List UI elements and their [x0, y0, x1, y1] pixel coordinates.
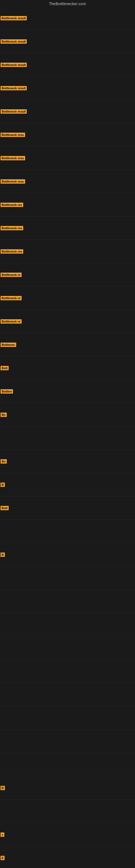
- chart-row: B: [0, 543, 135, 566]
- bottleneck-result-label: Bottleneck result: [1, 16, 27, 20]
- bottleneck-result-label: Bottleneck res: [1, 203, 23, 207]
- bottleneck-result-label: Bottleneck res: [1, 249, 23, 254]
- chart-row: Bottlen: [0, 380, 135, 403]
- chart-row: [0, 426, 135, 450]
- bottleneck-result-label: Bottlen: [1, 389, 13, 394]
- chart-row: Bo: [0, 450, 135, 473]
- bottleneck-result-label: Bottleneck result: [1, 86, 27, 90]
- bottleneck-result-label: Bottleneck re: [1, 296, 21, 300]
- chart-row: Bottleneck re: [0, 310, 135, 333]
- site-wrapper: TheBottlenecker.com Bottleneck resultBot…: [0, 0, 135, 868]
- chart-row: B: [0, 776, 135, 800]
- chart-row: Bott: [0, 496, 135, 520]
- bottleneck-result-label: Bottleneck res: [1, 226, 23, 230]
- chart-row: B: [0, 473, 135, 496]
- chart-row: Bottleneck result: [0, 76, 135, 100]
- bottleneck-result-label: Bott: [1, 506, 9, 510]
- chart-row: [0, 753, 135, 776]
- bottleneck-result-label: Bottleneck resu: [1, 156, 25, 160]
- chart-row: [0, 590, 135, 613]
- bottleneck-result-label: Bo: [1, 412, 7, 417]
- bottleneck-result-label: Bottleneck re: [1, 273, 21, 277]
- bottleneck-result-label: B: [1, 483, 5, 487]
- bottleneck-result-label: E: [1, 856, 5, 860]
- chart-row: [0, 520, 135, 543]
- chart-row: Bottleneck result: [0, 30, 135, 53]
- chart-row: c: [0, 823, 135, 846]
- chart-row: [0, 706, 135, 730]
- chart-row: Bottlenec: [0, 333, 135, 356]
- chart-row: [0, 683, 135, 706]
- chart-row: Bo: [0, 403, 135, 426]
- bottleneck-result-label: Bo: [1, 459, 7, 464]
- chart-container: Bottleneck resultBottleneck resultBottle…: [0, 6, 135, 868]
- chart-row: E: [0, 846, 135, 868]
- chart-row: Bottleneck result: [0, 6, 135, 30]
- bottleneck-result-label: Bottlenec: [1, 343, 16, 347]
- site-title: TheBottlenecker.com: [0, 0, 135, 6]
- chart-row: [0, 730, 135, 753]
- chart-row: Bottleneck resu: [0, 147, 135, 170]
- chart-row: Bott: [0, 356, 135, 380]
- chart-row: Bottleneck res: [0, 216, 135, 240]
- chart-row: Bottleneck resu: [0, 170, 135, 193]
- chart-row: Bottleneck result: [0, 100, 135, 123]
- bottleneck-result-label: B: [1, 553, 5, 557]
- chart-row: Bottleneck resu: [0, 123, 135, 147]
- bottleneck-result-label: Bottleneck resu: [1, 179, 25, 184]
- chart-row: Bottleneck result: [0, 53, 135, 76]
- bottleneck-result-label: Bottleneck result: [1, 109, 27, 114]
- bottleneck-result-label: Bott: [1, 366, 9, 370]
- chart-row: Bottleneck res: [0, 240, 135, 263]
- bottleneck-result-label: B: [1, 786, 5, 790]
- bottleneck-result-label: c: [1, 833, 4, 837]
- chart-row: [0, 566, 135, 590]
- bottleneck-result-label: Bottleneck re: [1, 319, 21, 323]
- chart-row: Bottleneck res: [0, 193, 135, 216]
- chart-row: [0, 613, 135, 637]
- chart-row: [0, 660, 135, 683]
- chart-row: Bottleneck re: [0, 263, 135, 286]
- chart-row: Bottleneck re: [0, 286, 135, 310]
- bottleneck-result-label: Bottleneck result: [1, 39, 27, 44]
- chart-row: [0, 637, 135, 660]
- chart-row: [0, 800, 135, 823]
- bottleneck-result-label: Bottleneck resu: [1, 133, 25, 137]
- bottleneck-result-label: Bottleneck result: [1, 63, 27, 67]
